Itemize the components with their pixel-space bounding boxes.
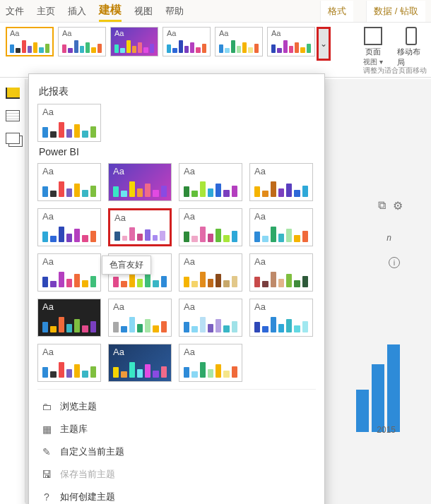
theme-thumbnail[interactable]: Aa (108, 344, 172, 382)
theme-sample-text: Aa (219, 29, 228, 37)
tab-help[interactable]: 帮助 (165, 5, 184, 22)
theme-grid-this-report: Aa (37, 104, 316, 142)
theme-bars (113, 179, 167, 197)
theme-bars (114, 226, 165, 241)
theme-sample-text: Aa (184, 211, 195, 222)
theme-bars (184, 179, 237, 197)
tab-format[interactable]: 格式 (320, 1, 353, 22)
theme-thumbnail[interactable]: Aa (108, 208, 172, 246)
theme-sample-text: Aa (42, 166, 54, 176)
tab-file[interactable]: 文件 (6, 5, 24, 22)
theme-bars (113, 315, 167, 332)
theme-bars (114, 39, 154, 53)
ribbon: AaAaAaAaAaAa ⌄ 页面 视图 ▾ 移动布局 调整为适合页面移动 (0, 23, 431, 78)
theme-bars (42, 360, 96, 378)
theme-thumbnail[interactable]: Aa (267, 27, 315, 56)
menu-customize-theme[interactable]: ✎ 自定义当前主题 (37, 440, 316, 463)
theme-bars (254, 315, 308, 332)
tab-home[interactable]: 主页 (37, 5, 55, 22)
theme-thumbnail[interactable]: Aa (58, 27, 106, 56)
menu-browse-themes[interactable]: 🗀 浏览主题 (37, 395, 316, 418)
theme-bars (167, 39, 206, 53)
nav-report-icon[interactable] (6, 88, 20, 99)
theme-bars (42, 120, 96, 138)
theme-thumbnail[interactable]: Aa (37, 104, 101, 142)
theme-bars (219, 39, 259, 53)
theme-sample-text: Aa (254, 211, 266, 222)
tab-data-drill[interactable]: 数据 / 钻取 (366, 1, 425, 22)
theme-bars (42, 270, 96, 287)
section-powerbi: Power BI (39, 146, 314, 157)
theme-bars (184, 360, 237, 378)
nav-data-icon[interactable] (6, 110, 20, 121)
page-view-button[interactable]: 页面 视图 ▾ (359, 27, 387, 67)
theme-bars (42, 224, 96, 242)
theme-thumbnail[interactable]: Aa (37, 253, 101, 292)
visual-settings-icon[interactable]: ⚙ (393, 199, 403, 212)
menu-browse-label: 浏览主题 (60, 400, 97, 413)
theme-thumbnail[interactable]: Aa (179, 299, 242, 337)
theme-thumbnail[interactable]: Aa (215, 27, 263, 56)
tab-view[interactable]: 视图 (134, 5, 153, 22)
theme-bars (184, 315, 237, 332)
theme-sample-text: Aa (184, 347, 195, 357)
theme-thumbnail[interactable]: Aa (249, 299, 313, 337)
theme-thumbnail[interactable]: Aa (179, 344, 242, 382)
theme-thumbnail[interactable]: Aa (179, 208, 242, 246)
theme-thumbnail[interactable]: Aa (6, 27, 54, 56)
left-nav (0, 79, 25, 503)
tab-modeling[interactable]: 建模 (99, 3, 122, 22)
section-this-report: 此报表 (39, 85, 314, 98)
visual-header-icons: ⧉ ⚙ (378, 199, 403, 212)
theme-sample-text: Aa (42, 107, 54, 117)
theme-thumbnail[interactable]: Aa (249, 208, 313, 246)
theme-thumbnail[interactable]: Aa (108, 163, 172, 201)
theme-sample-text: Aa (114, 212, 126, 223)
theme-sample-text: Aa (62, 29, 71, 37)
theme-sample-text: Aa (184, 256, 195, 267)
theme-thumbnail[interactable]: Aa (163, 27, 211, 56)
theme-sample-text: Aa (167, 29, 176, 37)
theme-sample-text: Aa (271, 29, 281, 37)
nav-model-icon[interactable] (6, 133, 20, 144)
menu-gallery-label: 主题库 (60, 423, 88, 436)
theme-sample-text: Aa (42, 301, 54, 312)
gallery-icon: ▦ (40, 423, 53, 436)
theme-thumbnail[interactable]: Aa (37, 299, 101, 337)
customize-icon: ✎ (40, 445, 53, 458)
theme-thumbnail[interactable]: Aa (37, 344, 101, 382)
theme-sample-text: Aa (184, 301, 195, 312)
theme-bars (10, 39, 49, 53)
theme-dropdown-button[interactable]: ⌄ (317, 27, 331, 61)
visual-copy-icon[interactable]: ⧉ (378, 199, 386, 212)
save-icon: 🖫 (40, 468, 53, 481)
theme-sample-text: Aa (10, 29, 19, 37)
theme-bars (62, 39, 102, 53)
theme-thumbnail[interactable]: Aa (37, 163, 101, 201)
theme-sample-text: Aa (113, 166, 124, 176)
theme-sample-text: Aa (113, 301, 124, 312)
menu-how-to-create[interactable]: ? 如何创建主题 (37, 486, 316, 504)
theme-sample-text: Aa (254, 301, 266, 312)
mobile-layout-button[interactable]: 移动布局 (397, 27, 425, 68)
theme-thumbnail[interactable]: Aa (108, 299, 172, 337)
theme-thumbnail[interactable]: Aa (179, 253, 242, 292)
page-label: 页面 (365, 47, 381, 57)
help-icon: ? (40, 491, 53, 503)
tab-insert[interactable]: 插入 (68, 5, 86, 22)
ribbon-right-group: 页面 视图 ▾ 移动布局 (359, 27, 425, 68)
theme-thumbnail[interactable]: Aa (179, 163, 242, 201)
theme-tooltip: 色盲友好 (102, 256, 151, 275)
menu-how-label: 如何创建主题 (60, 491, 115, 503)
theme-thumbnail[interactable]: Aa (249, 163, 313, 201)
theme-thumbnail[interactable]: Aa (249, 253, 313, 292)
peek-year-label: 2015 (377, 425, 396, 435)
mobile-label: 移动布局 (397, 47, 425, 68)
menu-theme-gallery[interactable]: ▦ 主题库 (37, 418, 316, 440)
theme-thumbnail[interactable]: Aa (37, 208, 101, 246)
theme-grid-powerbi: AaAaAaAaAaAaAaAaAaAaAaAaAaAaAaAaAaAaAa (37, 163, 316, 382)
theme-thumbnail[interactable]: Aa (110, 27, 158, 56)
theme-sample-text: Aa (184, 166, 195, 176)
fit-label: 调整为适合页面移动 (363, 66, 427, 76)
theme-sample-text: Aa (42, 211, 54, 222)
